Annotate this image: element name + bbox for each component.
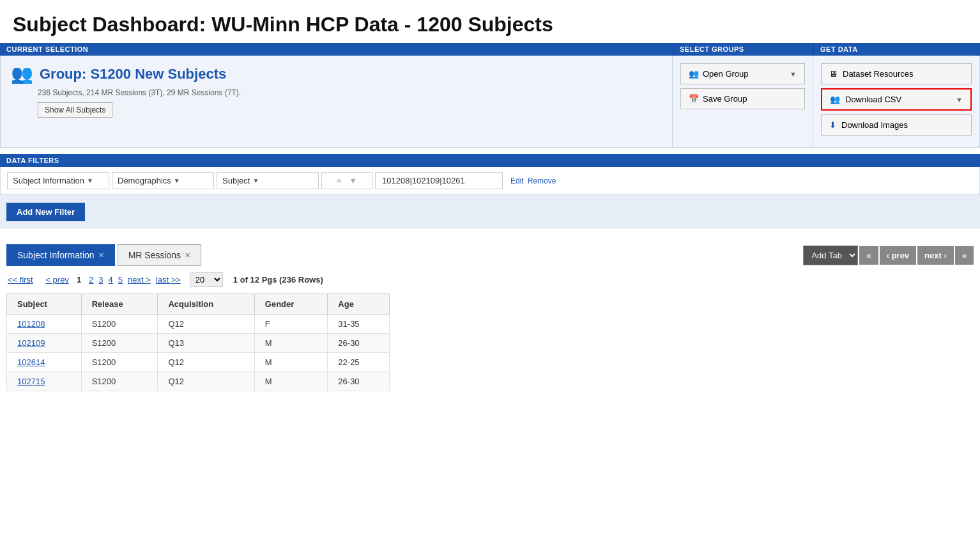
table-row: 101208 S1200 Q12 F 31-35	[7, 315, 390, 334]
selection-area: Group: S1200 New Subjects 236 Subjects, …	[0, 56, 980, 148]
tab-mr-sessions-label: MR Sessions	[128, 250, 181, 260]
page-size-select[interactable]: 20 50 100	[190, 272, 223, 287]
tab-subject-information-close[interactable]: ✕	[98, 251, 104, 260]
filter-field2-dropdown[interactable]: Demographics ▼	[112, 172, 214, 189]
cell-subject: 102109	[7, 334, 82, 353]
cell-subject: 102715	[7, 372, 82, 391]
pagination-sep1	[37, 275, 42, 285]
cell-subject: 101208	[7, 315, 82, 334]
filter-field3-label: Subject	[222, 176, 250, 185]
table-row: 102109 S1200 Q13 M 26-30	[7, 334, 390, 353]
col-subject: Subject	[7, 294, 82, 315]
group-icon	[11, 63, 33, 84]
pagination-page-2[interactable]: 2	[88, 275, 95, 285]
save-group-button[interactable]: Save Group	[680, 88, 805, 109]
group-subtitle: 236 Subjects, 214 MR Sessions (3T), 29 M…	[38, 88, 662, 97]
download-images-button[interactable]: Download Images	[821, 114, 972, 136]
cell-subject: 102614	[7, 353, 82, 372]
download-images-icon	[829, 120, 836, 130]
data-table: Subject Release Acquisition Gender Age 1…	[6, 293, 390, 391]
cell-age: 22-25	[328, 353, 390, 372]
download-csv-icon	[830, 95, 840, 104]
pagination-row: << first < prev 1 2 3 4 5 next > last >>…	[0, 266, 980, 293]
tab-mr-sessions[interactable]: MR Sessions ✕	[118, 244, 201, 266]
nav-last-button[interactable]: »	[955, 246, 974, 265]
add-filter-area: Add New Filter	[0, 195, 980, 229]
cell-gender: F	[254, 315, 328, 334]
tabs-header: Subject Information ✕ MR Sessions ✕ Add …	[6, 244, 974, 266]
cell-acquisition: Q12	[158, 315, 254, 334]
filter-edit-link[interactable]: Edit	[510, 176, 524, 185]
pagination-last[interactable]: last >>	[155, 275, 182, 285]
cell-release: S1200	[81, 372, 158, 391]
filter-operator: = ▼	[321, 172, 372, 189]
add-tab-select[interactable]: Add Tab	[803, 246, 858, 265]
cell-release: S1200	[81, 315, 158, 334]
nav-next-button[interactable]: next ›	[917, 246, 954, 265]
dataset-resources-button[interactable]: Dataset Resources	[821, 63, 972, 84]
add-new-filter-button[interactable]: Add New Filter	[6, 203, 85, 221]
cell-age: 26-30	[328, 334, 390, 353]
get-data-label: GET DATA	[814, 43, 980, 56]
dataset-resources-icon	[829, 69, 838, 79]
subject-link[interactable]: 102614	[17, 357, 45, 367]
tab-subject-information[interactable]: Subject Information ✕	[6, 244, 115, 266]
col-acquisition: Acquisition	[158, 294, 254, 315]
filter-field1-label: Subject Information	[13, 176, 84, 185]
table-row: 102614 S1200 Q12 M 22-25	[7, 353, 390, 372]
page-info: 1 of 12 Pgs (236 Rows)	[233, 275, 323, 285]
subject-link[interactable]: 101208	[17, 319, 45, 329]
subject-link[interactable]: 102715	[17, 377, 45, 386]
table-header-row: Subject Release Acquisition Gender Age	[7, 294, 390, 315]
current-selection-panel: Group: S1200 New Subjects 236 Subjects, …	[1, 56, 673, 147]
pagination-first[interactable]: << first	[6, 275, 34, 285]
group-header: Group: S1200 New Subjects	[11, 63, 662, 84]
current-selection-label: CURRENT SELECTION	[0, 43, 673, 56]
pagination-page-3[interactable]: 3	[97, 275, 104, 285]
tabs-left: Subject Information ✕ MR Sessions ✕	[6, 244, 204, 266]
save-group-label: Save Group	[703, 94, 747, 104]
cell-gender: M	[254, 334, 328, 353]
cell-release: S1200	[81, 334, 158, 353]
cell-age: 26-30	[328, 372, 390, 391]
cell-acquisition: Q12	[158, 372, 254, 391]
nav-prev-button[interactable]: ‹ prev	[880, 246, 916, 265]
download-csv-arrow: ▼	[956, 96, 963, 104]
col-age: Age	[328, 294, 390, 315]
cell-release: S1200	[81, 353, 158, 372]
filter-field1-dropdown[interactable]: Subject Information ▼	[7, 172, 109, 189]
download-csv-button[interactable]: Download CSV ▼	[821, 88, 972, 111]
cell-acquisition: Q13	[158, 334, 254, 353]
pagination-next[interactable]: next >	[126, 275, 152, 285]
tab-mr-sessions-close[interactable]: ✕	[185, 251, 190, 260]
get-data-panel: Dataset Resources Download CSV ▼ Downloa…	[813, 56, 979, 147]
tabs-area: Subject Information ✕ MR Sessions ✕ Add …	[0, 244, 980, 266]
show-all-subjects-button[interactable]: Show All Subjects	[38, 102, 112, 118]
download-csv-label: Download CSV	[845, 95, 901, 104]
cell-gender: M	[254, 372, 328, 391]
table-row: 102715 S1200 Q12 M 26-30	[7, 372, 390, 391]
pagination-page-5[interactable]: 5	[117, 275, 124, 285]
pagination-page-4[interactable]: 4	[107, 275, 114, 285]
nav-first-button[interactable]: «	[859, 246, 878, 265]
subject-link[interactable]: 102109	[17, 338, 45, 348]
open-group-arrow: ▼	[790, 70, 797, 78]
cell-age: 31-35	[328, 315, 390, 334]
open-group-label: Open Group	[703, 69, 749, 79]
pagination-prev[interactable]: < prev	[44, 275, 70, 285]
pagination-cur-page: 1	[75, 275, 82, 285]
panel-bar: CURRENT SELECTION SELECT GROUPS GET DATA	[0, 43, 980, 56]
download-images-label: Download Images	[841, 120, 908, 130]
save-group-icon	[689, 94, 699, 104]
filter-actions: Edit Remove	[505, 176, 556, 185]
col-gender: Gender	[254, 294, 328, 315]
open-group-button[interactable]: Open Group ▼	[680, 63, 805, 84]
cell-acquisition: Q12	[158, 353, 254, 372]
filter-field3-dropdown[interactable]: Subject ▼	[217, 172, 319, 189]
data-filters-bar: DATA FILTERS	[0, 154, 980, 167]
filter-field2-label: Demographics	[118, 176, 171, 185]
filter-value: 101208|102109|10261	[375, 172, 503, 189]
select-groups-label: SELECT GROUPS	[673, 43, 814, 56]
filter-remove-link[interactable]: Remove	[528, 176, 556, 185]
page-title: Subject Dashboard: WU-Minn HCP Data - 12…	[0, 0, 980, 43]
